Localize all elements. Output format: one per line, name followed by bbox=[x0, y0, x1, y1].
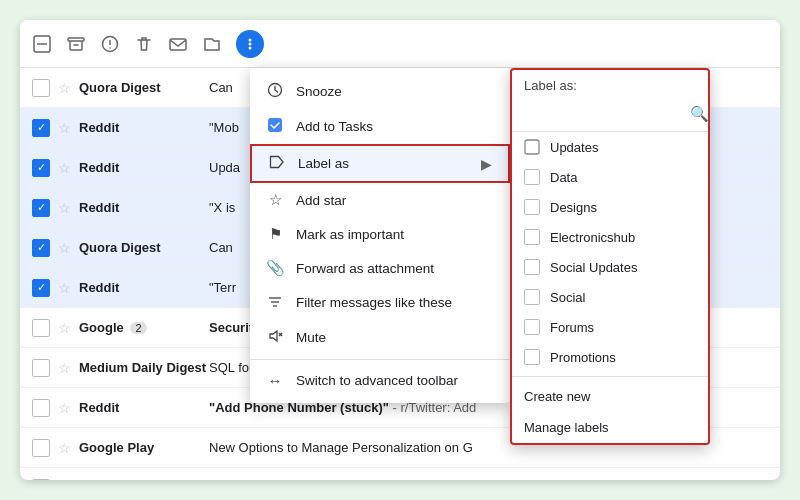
select-checkbox-icon[interactable] bbox=[32, 34, 52, 54]
label-updates-name: Updates bbox=[550, 140, 598, 155]
sender-name: Google Play bbox=[79, 440, 209, 455]
more-options-button[interactable] bbox=[236, 30, 264, 58]
row-checkbox[interactable] bbox=[32, 479, 50, 481]
row-checkbox[interactable]: ✓ bbox=[32, 159, 50, 177]
star-icon[interactable]: ☆ bbox=[58, 360, 71, 376]
label-item-updates[interactable]: Updates bbox=[512, 132, 708, 162]
manage-labels-button[interactable]: Manage labels bbox=[512, 412, 708, 443]
label-item-electronicshub[interactable]: Electronicshub bbox=[512, 222, 708, 252]
label-item-social[interactable]: Social bbox=[512, 282, 708, 312]
mute-menu-item[interactable]: Mute bbox=[250, 320, 510, 355]
label-item-promotions[interactable]: Promotions bbox=[512, 342, 708, 372]
star-icon[interactable]: ☆ bbox=[58, 240, 71, 256]
subject-text: Can bbox=[209, 80, 233, 95]
forward-attachment-menu-item[interactable]: 📎 Forward as attachment bbox=[250, 251, 510, 285]
social-checkbox[interactable] bbox=[524, 289, 540, 305]
svg-point-9 bbox=[249, 46, 252, 49]
sender-name: Reddit bbox=[79, 280, 209, 295]
svg-rect-6 bbox=[170, 39, 186, 50]
context-menu: Snooze Add to Tasks Label as ▶ ☆ Add sta… bbox=[250, 68, 510, 403]
label-electronicshub-name: Electronicshub bbox=[550, 230, 635, 245]
row-checkbox[interactable] bbox=[32, 359, 50, 377]
star-icon[interactable]: ☆ bbox=[58, 120, 71, 136]
row-checkbox[interactable]: ✓ bbox=[32, 199, 50, 217]
label-social-name: Social bbox=[550, 290, 585, 305]
snooze-label: Snooze bbox=[296, 84, 342, 99]
sender-name: Reddit bbox=[79, 160, 209, 175]
mark-important-menu-item[interactable]: ⚑ Mark as important bbox=[250, 217, 510, 251]
report-icon[interactable] bbox=[100, 34, 120, 54]
star-icon[interactable]: ☆ bbox=[58, 80, 71, 96]
sender-name: Medium Daily Digest bbox=[79, 360, 209, 375]
row-checkbox[interactable]: ✓ bbox=[32, 239, 50, 257]
row-checkbox[interactable] bbox=[32, 79, 50, 97]
label-item-social-updates[interactable]: Social Updates bbox=[512, 252, 708, 282]
label-item-forums[interactable]: Forums bbox=[512, 312, 708, 342]
label-data-name: Data bbox=[550, 170, 577, 185]
social-updates-checkbox[interactable] bbox=[524, 259, 540, 275]
row-checkbox[interactable] bbox=[32, 399, 50, 417]
label-divider bbox=[512, 376, 708, 377]
add-to-tasks-label: Add to Tasks bbox=[296, 119, 373, 134]
sender-name: Quora Digest bbox=[79, 240, 209, 255]
star-menu-icon: ☆ bbox=[266, 191, 284, 209]
menu-divider bbox=[250, 359, 510, 360]
mute-icon bbox=[266, 328, 284, 347]
star-icon[interactable]: ☆ bbox=[58, 160, 71, 176]
label-social-updates-name: Social Updates bbox=[550, 260, 637, 275]
mark-important-label: Mark as important bbox=[296, 227, 404, 242]
designs-checkbox[interactable] bbox=[524, 199, 540, 215]
snooze-menu-item[interactable]: Snooze bbox=[250, 74, 510, 109]
row-checkbox[interactable] bbox=[32, 319, 50, 337]
svg-point-7 bbox=[249, 38, 252, 41]
forums-checkbox[interactable] bbox=[524, 319, 540, 335]
mail-icon[interactable] bbox=[168, 34, 188, 54]
star-icon[interactable]: ☆ bbox=[58, 320, 71, 336]
label-designs-name: Designs bbox=[550, 200, 597, 215]
switch-toolbar-menu-item[interactable]: ↔ Switch to advanced toolbar bbox=[250, 364, 510, 397]
row-checkbox[interactable]: ✓ bbox=[32, 119, 50, 137]
sender-name: Reddit bbox=[79, 200, 209, 215]
add-to-tasks-menu-item[interactable]: Add to Tasks bbox=[250, 109, 510, 144]
mute-label: Mute bbox=[296, 330, 326, 345]
star-icon[interactable]: ☆ bbox=[58, 480, 71, 481]
label-as-arrow: ▶ bbox=[481, 156, 492, 172]
promotions-checkbox[interactable] bbox=[524, 349, 540, 365]
star-icon[interactable]: ☆ bbox=[58, 400, 71, 416]
switch-toolbar-label: Switch to advanced toolbar bbox=[296, 373, 458, 388]
manage-labels-label: Manage labels bbox=[524, 420, 609, 435]
label-item-data[interactable]: Data bbox=[512, 162, 708, 192]
filter-messages-label: Filter messages like these bbox=[296, 295, 452, 310]
svg-point-5 bbox=[109, 47, 111, 49]
label-search-input[interactable] bbox=[522, 107, 690, 122]
star-icon[interactable]: ☆ bbox=[58, 280, 71, 296]
data-checkbox[interactable] bbox=[524, 169, 540, 185]
star-icon[interactable]: ☆ bbox=[58, 200, 71, 216]
row-checkbox[interactable] bbox=[32, 439, 50, 457]
move-icon[interactable] bbox=[202, 34, 222, 54]
add-star-label: Add star bbox=[296, 193, 346, 208]
create-new-button[interactable]: Create new bbox=[512, 381, 708, 412]
star-icon[interactable]: ☆ bbox=[58, 440, 71, 456]
filter-messages-menu-item[interactable]: Filter messages like these bbox=[250, 285, 510, 320]
label-icon bbox=[268, 154, 286, 173]
label-submenu-title: Label as: bbox=[512, 70, 708, 97]
search-icon: 🔍 bbox=[690, 105, 709, 123]
important-icon: ⚑ bbox=[266, 225, 284, 243]
gmail-window: ☆ Quora Digest Can ✓ ☆ Reddit "Mob ✓ ☆ R… bbox=[20, 20, 780, 480]
svg-point-8 bbox=[249, 42, 252, 45]
toolbar bbox=[20, 20, 780, 68]
label-as-menu-item[interactable]: Label as ▶ bbox=[250, 144, 510, 183]
attachment-icon: 📎 bbox=[266, 259, 284, 277]
row-checkbox[interactable]: ✓ bbox=[32, 279, 50, 297]
label-search-container: 🔍 bbox=[512, 97, 708, 132]
table-row[interactable]: ☆ Quora Digest What were your 12th marks… bbox=[20, 468, 780, 480]
electronicshub-checkbox[interactable] bbox=[524, 229, 540, 245]
add-star-menu-item[interactable]: ☆ Add star bbox=[250, 183, 510, 217]
label-item-designs[interactable]: Designs bbox=[512, 192, 708, 222]
filter-icon bbox=[266, 293, 284, 312]
archive-icon[interactable] bbox=[66, 34, 86, 54]
delete-icon[interactable] bbox=[134, 34, 154, 54]
label-promotions-name: Promotions bbox=[550, 350, 616, 365]
tasks-icon bbox=[266, 117, 284, 136]
